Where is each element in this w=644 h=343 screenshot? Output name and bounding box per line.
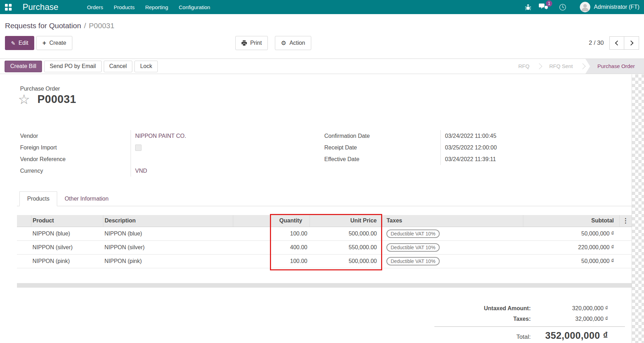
record-type-label: Purchase Order (20, 86, 632, 92)
user-name[interactable]: Administrator (FT) (594, 4, 639, 10)
cell-subtotal: 50,000,000 ₫ (523, 254, 619, 268)
taxes-label: Taxes: (513, 316, 531, 322)
pager-previous-button[interactable] (609, 36, 624, 50)
title-row: ☆ P00031 (17, 93, 632, 106)
receipt-date-label: Receipt Date (324, 142, 440, 153)
tax-tag: Deductible VAT 10% (386, 229, 440, 238)
currency-value-link[interactable]: VND (135, 168, 147, 174)
table-row[interactable]: NIPPON (blue) NIPPON (blue) 100.00 500,0… (17, 227, 632, 240)
empty-column-header (233, 215, 270, 227)
pager-count: 2 / 30 (589, 39, 604, 47)
effective-date-label: Effective Date (324, 153, 440, 165)
menu-products[interactable]: Products (108, 0, 140, 14)
create-bill-button[interactable]: Create Bill (5, 61, 42, 72)
record-name: P00031 (37, 93, 76, 106)
foreign-import-label: Foreign Import (20, 142, 131, 153)
status-steps: RFQ RFQ Sent Purchase Order (511, 59, 644, 74)
description-column-header: Description (103, 215, 233, 227)
apps-menu-icon[interactable] (5, 4, 12, 11)
subtotal-column-header: Subtotal (523, 215, 619, 227)
menu-reporting[interactable]: Reporting (140, 0, 173, 14)
statusbar: Create Bill Send PO by Email Cancel Lock… (0, 59, 644, 74)
step-separator-icon (536, 63, 542, 69)
action-button[interactable]: ⚙ Action (275, 36, 311, 50)
cell-description: NIPPON (pink) (103, 254, 233, 268)
notebook-tabs: Products Other Information (17, 191, 632, 206)
pager-buttons (609, 36, 639, 50)
table-horizontal-scrollbar[interactable] (17, 283, 632, 288)
untaxed-amount-value: 320,000,000 ₫ (531, 305, 625, 312)
avatar[interactable] (580, 2, 590, 12)
vendor-value-link[interactable]: NIPPON PAINT CO. (135, 133, 186, 139)
gear-icon: ⚙ (281, 40, 286, 46)
breadcrumb: Requests for Quotation/P00031 (5, 21, 639, 30)
handle-column-header (17, 215, 31, 227)
breadcrumb-current: P00031 (89, 22, 114, 30)
cell-product: NIPPON (silver) (31, 240, 103, 254)
table-row[interactable]: NIPPON (pink) NIPPON (pink) 100.00 500,0… (17, 254, 632, 268)
cell-unit-price: 500,000.00 (309, 254, 382, 268)
cell-unit-price: 500,000.00 (309, 227, 382, 240)
product-column-header: Product (31, 215, 103, 227)
center-buttons: Print ⚙ Action (235, 36, 311, 50)
screen: Purchase Orders Products Reporting Confi… (0, 0, 644, 343)
transparent-screenshot-edge (632, 74, 644, 343)
cell-subtotal: 220,000,000 ₫ (523, 240, 619, 254)
cell-quantity: 100.00 (270, 254, 309, 268)
menu-orders[interactable]: Orders (82, 0, 108, 14)
control-panel: Requests for Quotation/P00031 ✎ Edit + C… (0, 14, 644, 50)
menu-configuration[interactable]: Configuration (173, 0, 215, 14)
tab-other-information[interactable]: Other Information (57, 192, 116, 206)
breadcrumb-separator: / (84, 22, 86, 30)
cell-description: NIPPON (silver) (103, 240, 233, 254)
confirmation-date-label: Confirmation Date (324, 130, 440, 142)
confirmation-date-value: 03/24/2022 11:00:45 (445, 133, 496, 139)
lock-button[interactable]: Lock (134, 61, 158, 72)
print-button-label: Print (250, 40, 262, 46)
navbar-right: 1 Administrator (FT) (523, 0, 644, 14)
tab-products[interactable]: Products (19, 191, 57, 206)
vendor-label: Vendor (20, 130, 131, 142)
untaxed-amount-row: Untaxed Amount: 320,000,000 ₫ (434, 303, 625, 314)
form-sheet: Purchase Order ☆ P00031 Vendor Foreign I… (0, 74, 644, 343)
total-value: 352,000,000 ₫ (531, 330, 625, 341)
breadcrumb-parent[interactable]: Requests for Quotation (5, 22, 81, 30)
status-step-rfq[interactable]: RFQ (511, 59, 537, 74)
status-step-purchase-order[interactable]: Purchase Order (585, 59, 644, 74)
debug-bug-icon[interactable] (523, 0, 532, 14)
cell-product: NIPPON (pink) (31, 254, 103, 268)
totals: Untaxed Amount: 320,000,000 ₫ Taxes: 32,… (434, 303, 625, 343)
table-row[interactable]: NIPPON (silver) NIPPON (silver) 400.00 5… (17, 240, 632, 254)
create-button[interactable]: + Create (36, 36, 72, 50)
activities-clock-icon[interactable] (558, 0, 567, 14)
cancel-button[interactable]: Cancel (104, 61, 133, 72)
top-navbar: Purchase Orders Products Reporting Confi… (0, 0, 644, 14)
pager-next-button[interactable] (624, 36, 639, 50)
printer-icon (241, 40, 247, 46)
taxes-value: 32,000,000 ₫ (531, 316, 625, 322)
total-row: Total: 352,000,000 ₫ (434, 326, 625, 343)
favorite-star-icon[interactable]: ☆ (18, 93, 30, 106)
vendor-reference-label: Vendor Reference (20, 153, 131, 165)
chevron-right-icon (628, 41, 633, 45)
main-menu: Orders Products Reporting Configuration (82, 0, 215, 14)
messages-icon[interactable]: 1 (539, 0, 548, 14)
edit-button[interactable]: ✎ Edit (5, 36, 34, 50)
status-step-rfq-sent[interactable]: RFQ Sent (542, 59, 580, 74)
quantity-column-header: Quantity (270, 215, 309, 227)
control-panel-buttons: ✎ Edit + Create P (5, 36, 639, 50)
cell-subtotal: 50,000,000 ₫ (523, 227, 619, 240)
action-button-label: Action (289, 40, 305, 46)
table-header-row: Product Description Quantity Unit Price … (17, 215, 632, 227)
print-button[interactable]: Print (235, 36, 268, 50)
app-name[interactable]: Purchase (23, 2, 58, 12)
foreign-import-checkbox[interactable] (135, 145, 142, 151)
taxes-row: Taxes: 32,000,000 ₫ (434, 314, 625, 324)
chevron-left-icon (615, 41, 620, 45)
unit-price-column-header: Unit Price (309, 215, 382, 227)
send-po-by-email-button[interactable]: Send PO by Email (44, 61, 102, 72)
receipt-date-value: 03/25/2022 12:00:00 (445, 145, 497, 151)
toggle-columns-icon[interactable]: ⋮ (619, 215, 632, 227)
order-lines-table-wrap: Product Description Quantity Unit Price … (17, 215, 632, 268)
cell-description: NIPPON (blue) (103, 227, 233, 240)
